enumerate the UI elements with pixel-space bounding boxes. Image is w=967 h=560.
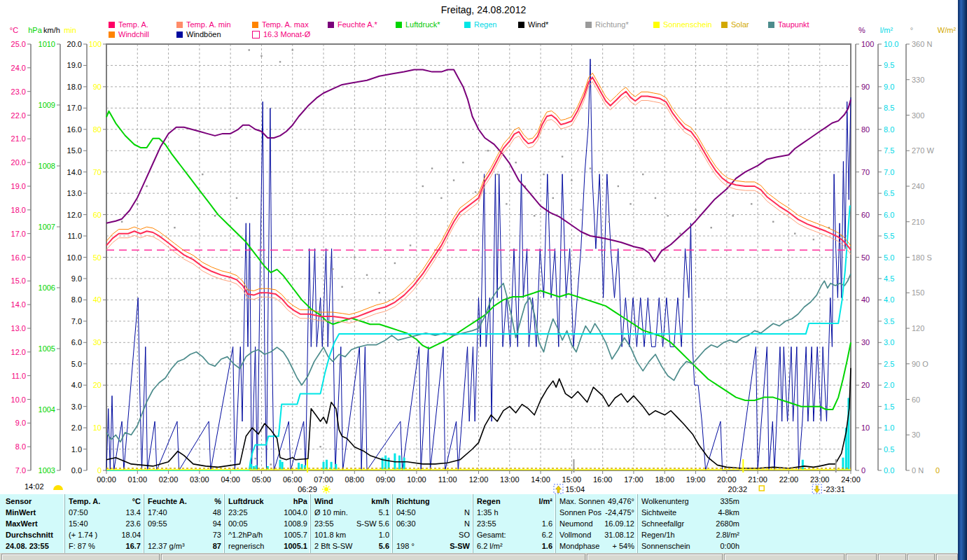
svg-text:1007: 1007: [39, 223, 55, 231]
svg-text:0 N: 0 N: [912, 466, 924, 475]
table-row: Vollmond31.08.12: [559, 529, 634, 540]
axis-: °360 N330300270 W240210180 S15012090 O60…: [906, 26, 934, 475]
series-richtung: [121, 49, 842, 471]
table-row: Schneefallgr2680m: [641, 518, 739, 529]
x-axis-labels: 00:0001:0002:0003:0004:0005:0006:0007:00…: [97, 470, 861, 484]
svg-text:2.0: 2.0: [884, 381, 894, 389]
svg-text:50: 50: [93, 253, 102, 262]
svg-text:%: %: [858, 26, 865, 34]
svg-text:0: 0: [861, 466, 865, 475]
svg-text:2.5: 2.5: [884, 360, 894, 368]
weather-chart: °C25.024.023.022.021.020.019.018.017.016…: [0, 0, 967, 494]
svg-text:19:00: 19:00: [686, 475, 706, 484]
svg-text:00:00: 00:00: [97, 475, 116, 484]
series-temp: [106, 77, 851, 318]
svg-text:17.0: 17.0: [11, 230, 26, 238]
svg-text:18.0: 18.0: [67, 83, 82, 91]
svg-text:11.0: 11.0: [11, 372, 26, 380]
svg-text:8.0: 8.0: [71, 295, 82, 304]
svg-text:01:00: 01:00: [128, 475, 148, 484]
table-column-richtung: Richtung04:50N06:30NSO198 °S-SW: [392, 494, 473, 553]
svg-text:21.0: 21.0: [11, 134, 26, 143]
svg-text:0: 0: [935, 466, 940, 475]
svg-text:20: 20: [93, 381, 102, 389]
svg-text:30: 30: [861, 338, 870, 346]
svg-text:hPa: hPa: [28, 26, 42, 34]
svg-text:9.0: 9.0: [884, 83, 894, 91]
svg-text:40: 40: [93, 295, 102, 304]
svg-text:16:00: 16:00: [593, 475, 613, 484]
svg-text:6.0: 6.0: [71, 338, 82, 346]
table-row: Ø 10 min.5.1: [314, 507, 389, 518]
axis-l-m: l/m²10.09.59.08.58.07.57.06.56.05.55.04.…: [878, 26, 898, 475]
status-bar-segment-5: [846, 554, 877, 560]
axis-w-m: W/m²0: [935, 26, 956, 475]
table-row: MaxWert: [6, 518, 61, 529]
status-bar-segment-3: [587, 554, 723, 560]
svg-text:18:00: 18:00: [655, 475, 674, 484]
svg-text:W/m²: W/m²: [938, 26, 956, 34]
svg-text:25.0: 25.0: [11, 40, 26, 48]
status-bar-segment-8: [936, 554, 958, 560]
grid-lines: [106, 44, 851, 470]
svg-text:14.0: 14.0: [67, 168, 82, 176]
series-regen-bars: [250, 398, 849, 470]
svg-text:10.0: 10.0: [11, 396, 26, 404]
svg-text:1003: 1003: [39, 466, 55, 475]
svg-text:120: 120: [912, 324, 924, 332]
table-row: regnerisch1005.1: [228, 540, 307, 552]
svg-text:6.5: 6.5: [884, 189, 894, 197]
table-column-temp-a: Temp. A.°C07:5013.415:4023.6(+ 1.74 )18.…: [64, 494, 144, 553]
svg-text:09:00: 09:00: [376, 475, 396, 484]
table-row: 07:5013.4: [69, 507, 141, 518]
table-row: 23:55S-SW 5.6: [314, 518, 389, 529]
svg-text:7.0: 7.0: [15, 466, 26, 475]
svg-text:15.0: 15.0: [67, 146, 82, 155]
svg-text:1.5: 1.5: [884, 402, 894, 411]
table-row: 06:30N: [396, 518, 470, 529]
table-row: Sichtweite4-8km: [641, 507, 739, 518]
svg-text:1009: 1009: [39, 101, 55, 109]
table-row: 00:051008.9: [228, 518, 307, 529]
table-row: 198 °S-SW: [396, 540, 470, 552]
svg-text:20.0: 20.0: [67, 40, 82, 48]
svg-text:9.0: 9.0: [71, 274, 82, 283]
svg-text:14:02: 14:02: [25, 482, 44, 491]
svg-text:1006: 1006: [39, 284, 55, 292]
svg-text:210: 210: [912, 218, 924, 226]
svg-text:06:29: 06:29: [298, 485, 317, 493]
svg-text:16.0: 16.0: [11, 253, 26, 262]
event-marker-moon-prev: 14:02: [25, 482, 63, 491]
svg-text:14.0: 14.0: [11, 300, 26, 309]
svg-text:180 S: 180 S: [912, 253, 932, 262]
table-row: 2 Bft S-SW5.6: [314, 540, 389, 552]
table-row: 24.08. 23:55: [6, 540, 61, 552]
table-row: Mondphase+ 54%: [559, 540, 634, 552]
table-column-feuchte-a: Feuchte A.%17:404809:55947312.37 g/m³87: [144, 494, 225, 553]
table-row: Durchschnitt: [6, 529, 61, 540]
svg-text:24:00: 24:00: [841, 475, 861, 484]
svg-text:20:00: 20:00: [717, 475, 737, 484]
svg-text:270 W: 270 W: [912, 146, 934, 155]
svg-text:04:00: 04:00: [221, 475, 240, 484]
table-row: 23:551.6: [477, 518, 552, 529]
table-column-luftdruck: LuftdruckhPa23:251004.000:051008.9^1.2hP…: [224, 494, 311, 553]
svg-text:4.5: 4.5: [884, 274, 894, 283]
svg-text:24.0: 24.0: [11, 64, 26, 72]
svg-text:9.5: 9.5: [884, 61, 894, 69]
table-column-regen: Regenl/m²1:35 h23:551.6Gesamt:6.26.2 l/m…: [473, 494, 556, 553]
svg-text:60: 60: [912, 396, 920, 404]
table-row: 23:251004.0: [228, 507, 307, 518]
svg-text:70: 70: [93, 168, 102, 176]
svg-text:21:00: 21:00: [748, 475, 767, 484]
svg-text:8.5: 8.5: [884, 104, 894, 112]
svg-text:km/h: km/h: [43, 26, 60, 34]
table-row: 09:5594: [148, 518, 221, 529]
svg-text:240: 240: [912, 182, 924, 190]
table-row: F: 87 %16.7: [69, 540, 141, 552]
table-row: LuftdruckhPa: [228, 496, 307, 507]
svg-text:13.0: 13.0: [67, 189, 82, 197]
svg-text:7.5: 7.5: [884, 146, 894, 155]
svg-text:5.5: 5.5: [884, 232, 894, 240]
weather-app-window: Freitag, 24.08.2012 Temp. A.Temp. A. min…: [0, 0, 967, 560]
